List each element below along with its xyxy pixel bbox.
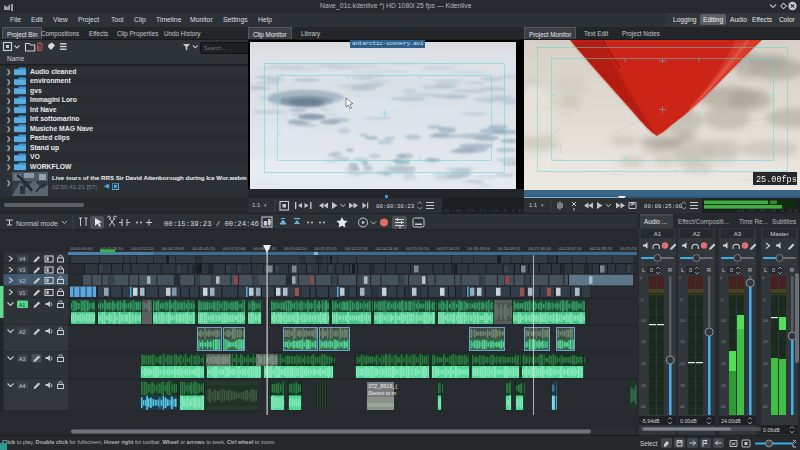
svg-text:-15: -15	[762, 339, 769, 344]
svg-text:-30: -30	[679, 383, 686, 388]
svg-text:V3: V3	[19, 267, 25, 273]
svg-text:A3: A3	[734, 231, 742, 237]
svg-text:-45: -45	[762, 404, 769, 409]
svg-text:00:11:31:05: 00:11:31:05	[314, 246, 337, 251]
svg-text:-10: -10	[762, 318, 769, 323]
svg-text:-15: -15	[720, 339, 727, 344]
svg-text:Effect/Compositi...: Effect/Compositi...	[678, 218, 729, 226]
svg-text:-45: -45	[720, 404, 727, 409]
svg-text:-5.94dB: -5.94dB	[641, 418, 660, 424]
svg-text:00:20:09:15: 00:20:09:15	[498, 246, 521, 251]
svg-text:-10: -10	[679, 318, 686, 323]
svg-text:Stereo to m: Stereo to m	[368, 390, 397, 396]
svg-text:A3: A3	[19, 356, 25, 362]
svg-text:0: 0	[730, 267, 733, 273]
svg-text:Normal mode: Normal mode	[16, 220, 58, 227]
svg-text:L: L	[681, 267, 684, 273]
svg-text:R: R	[707, 267, 711, 273]
svg-text:372_8616_(: 372_8616_(	[368, 383, 398, 389]
svg-text:00:14:24:00: 00:14:24:00	[376, 246, 399, 251]
svg-text:A4: A4	[19, 383, 25, 389]
svg-text:-20: -20	[762, 361, 769, 366]
svg-text:-20: -20	[679, 361, 686, 366]
svg-text:L: L	[642, 267, 645, 273]
svg-text:L: L	[722, 267, 725, 273]
svg-text:00:24:28:20: 00:24:28:20	[589, 246, 612, 251]
svg-text:00:07:12:00: 00:07:12:00	[223, 246, 246, 251]
svg-text:0: 0	[772, 267, 775, 273]
svg-text:00:18:43:04: 00:18:43:04	[467, 246, 490, 251]
svg-text:-30: -30	[720, 383, 727, 388]
svg-text:00:15:39:23 / 00:24:46:07: 00:15:39:23 / 00:24:46:07	[164, 220, 272, 228]
svg-text:-45: -45	[679, 404, 686, 409]
svg-text:00:17:16:20: 00:17:16:20	[437, 246, 460, 251]
svg-text:-20: -20	[640, 361, 647, 366]
svg-text:-45: -45	[640, 404, 647, 409]
svg-text:0.06dB: 0.06dB	[763, 427, 780, 433]
svg-text:00:21:36:00: 00:21:36:00	[528, 246, 551, 251]
svg-text:A1: A1	[19, 302, 25, 308]
svg-text:00:10:04:20: 00:10:04:20	[284, 246, 307, 251]
svg-text:A2: A2	[19, 329, 25, 335]
svg-text:Time Re...: Time Re...	[739, 218, 768, 225]
svg-text:Select: Select	[640, 440, 658, 447]
svg-text:R: R	[668, 267, 672, 273]
svg-text:A2: A2	[693, 231, 701, 237]
svg-text:00:05:45:15: 00:05:45:15	[192, 246, 215, 251]
svg-text:-30: -30	[762, 383, 769, 388]
svg-text:R: R	[790, 267, 794, 273]
svg-text:00:23:02:10: 00:23:02:10	[559, 246, 582, 251]
svg-text:-20: -20	[720, 361, 727, 366]
svg-text:00:12:57:14: 00:12:57:14	[345, 246, 368, 251]
svg-text:V1: V1	[19, 290, 25, 296]
svg-text:-15: -15	[679, 339, 686, 344]
svg-text:A1: A1	[654, 231, 662, 237]
svg-text:00:02:52:20: 00:02:52:20	[131, 246, 154, 251]
svg-text:L: L	[764, 267, 767, 273]
svg-text:R: R	[748, 267, 752, 273]
svg-text:-15: -15	[640, 339, 647, 344]
svg-text:00:00:00:00: 00:00:00:00	[70, 246, 93, 251]
svg-text:Subtitles: Subtitles	[772, 218, 796, 225]
svg-text:25.00fps: 25.00fps	[756, 175, 797, 185]
svg-text:Audio ...: Audio ...	[644, 218, 667, 225]
svg-text:00:04:19:05: 00:04:19:05	[162, 246, 185, 251]
svg-text:24.00dB: 24.00dB	[721, 418, 741, 424]
svg-text:0.00dB: 0.00dB	[680, 418, 697, 424]
svg-text:-10: -10	[720, 318, 727, 323]
svg-text:00:25:55:04: 00:25:55:04	[620, 246, 637, 251]
svg-text:Master: Master	[770, 231, 788, 237]
svg-text:V2: V2	[19, 278, 25, 284]
svg-text:00:15:50:10: 00:15:50:10	[406, 246, 429, 251]
svg-text:0: 0	[650, 267, 653, 273]
svg-text:-30: -30	[640, 383, 647, 388]
svg-text:-10: -10	[640, 318, 647, 323]
svg-text:0: 0	[689, 267, 692, 273]
svg-text:V4: V4	[19, 256, 25, 262]
